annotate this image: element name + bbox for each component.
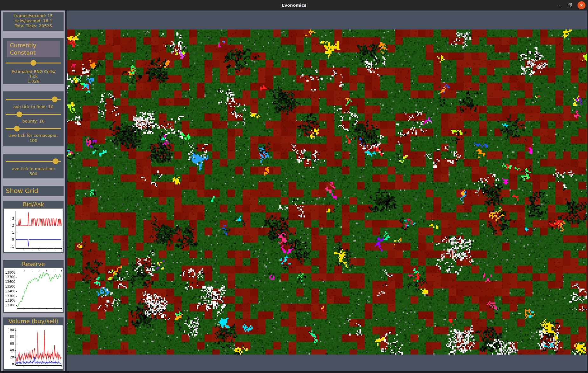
reserve-chart-title: Reserve bbox=[3, 260, 64, 268]
volume-chart bbox=[4, 325, 63, 369]
rng-mode-line1: Currently bbox=[10, 42, 60, 49]
maximize-button[interactable] bbox=[565, 0, 575, 10]
mutation-panel: ave tick to mutation: 500 bbox=[3, 154, 64, 178]
simulation-grid bbox=[67, 30, 587, 355]
window-edge-bottom bbox=[0, 371, 588, 373]
rng-caption-line2: Tick bbox=[3, 74, 64, 79]
cornucopia-slider-label: ave tick for cornacopia: bbox=[3, 133, 64, 138]
reserve-chart-panel: Reserve bbox=[3, 260, 64, 313]
food-slider-knob[interactable] bbox=[52, 97, 58, 102]
mutation-slider[interactable] bbox=[6, 158, 61, 164]
title-bar: Evonomics ✕ bbox=[0, 0, 588, 10]
rng-mode-display[interactable]: Currently Constant bbox=[7, 41, 60, 57]
reserve-chart bbox=[4, 268, 63, 312]
food-slider[interactable] bbox=[6, 96, 61, 103]
stats-panel: frames/second: 15 ticks/second: 16.1 Tot… bbox=[3, 12, 64, 31]
cornucopia-slider-knob[interactable] bbox=[14, 126, 20, 131]
rng-caption-line1: Estimated RNG Cells/ bbox=[3, 69, 64, 74]
cornucopia-slider-value: 100 bbox=[3, 138, 64, 143]
bidask-chart-panel: Bid/Ask bbox=[3, 201, 64, 253]
bidask-chart-title: Bid/Ask bbox=[3, 201, 64, 208]
bounty-slider-track[interactable] bbox=[6, 114, 61, 115]
food-slider-label: ave tick to food: 10 bbox=[3, 104, 64, 110]
rng-value: 1.026 bbox=[3, 79, 64, 83]
close-button[interactable]: ✕ bbox=[576, 0, 587, 10]
mutation-slider-label: ave tick to mutation: bbox=[3, 166, 64, 171]
mutation-slider-value: 500 bbox=[3, 171, 64, 177]
sidebar: frames/second: 15 ticks/second: 16.1 Tot… bbox=[1, 10, 65, 371]
total-ticks-stat: Total Ticks: 20525 bbox=[3, 23, 64, 29]
bounty-slider-label: bounty: 16 bbox=[3, 119, 64, 124]
window-title: Evonomics bbox=[0, 0, 588, 10]
bidask-chart bbox=[4, 209, 63, 252]
minimize-icon bbox=[557, 7, 561, 7]
rng-mode-line2: Constant bbox=[10, 49, 60, 56]
bounty-slider-knob[interactable] bbox=[17, 111, 22, 117]
close-icon: ✕ bbox=[578, 1, 585, 9]
tps-stat: ticks/second: 16.1 bbox=[3, 18, 64, 23]
bounty-slider[interactable] bbox=[6, 111, 61, 117]
app-window: Evonomics ✕ frames/second: 15 ticks/seco… bbox=[0, 0, 588, 373]
cornucopia-slider[interactable] bbox=[6, 125, 61, 132]
show-grid-button[interactable]: Show Grid bbox=[3, 186, 64, 196]
minimize-button[interactable] bbox=[554, 0, 564, 10]
volume-chart-title: Volume (buy/sell) bbox=[3, 317, 64, 325]
volume-chart-panel: Volume (buy/sell) bbox=[3, 317, 64, 371]
food-sliders-panel: ave tick to food: 10 bounty: 16 ave tick… bbox=[3, 91, 64, 146]
rng-slider-knob[interactable] bbox=[31, 60, 36, 66]
rng-panel: Currently Constant Estimated RNG Cells/ … bbox=[3, 38, 64, 84]
mutation-slider-knob[interactable] bbox=[53, 158, 58, 164]
rng-slider[interactable] bbox=[6, 60, 61, 66]
fps-stat: frames/second: 15 bbox=[3, 13, 64, 18]
